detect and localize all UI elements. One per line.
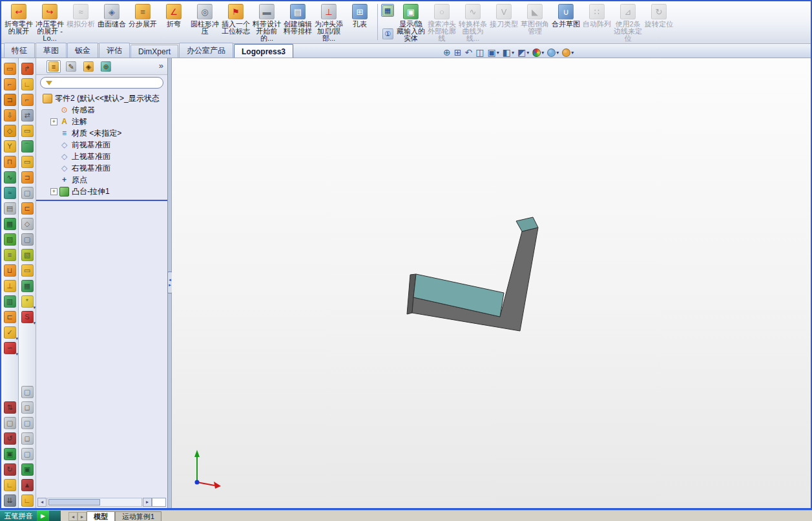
panel-horizontal-scrollbar[interactable]: ◂ ▸ xyxy=(37,498,166,507)
configurationmanager-tab[interactable]: ◈ xyxy=(81,60,96,73)
tool-button-d7[interactable]: ▲ xyxy=(19,477,35,493)
zoom-to-fit-button[interactable]: ⊕ xyxy=(443,47,451,58)
tool-button-d1[interactable]: ▢ xyxy=(19,384,35,399)
tool-button-a11[interactable]: ▦ xyxy=(2,216,17,231)
tool-button-c11[interactable]: ◇ xyxy=(19,216,35,231)
tab-features[interactable]: 特征 xyxy=(4,43,35,58)
section-view-button[interactable]: ◫ xyxy=(475,47,484,58)
tool-button-b7[interactable]: ⇊ xyxy=(2,493,17,508)
tool-button-c8[interactable]: ⊐ xyxy=(19,169,35,185)
previous-view-button[interactable]: ↶ xyxy=(464,47,472,58)
tool-button-d2[interactable]: ◻ xyxy=(19,399,35,415)
rollback-bar[interactable] xyxy=(36,200,167,201)
tool-button-a6[interactable]: Y xyxy=(2,138,17,154)
tool-button-a4[interactable]: ⇩ xyxy=(2,107,17,123)
tree-item-top-plane[interactable]: ◇上视基准面 xyxy=(36,151,167,162)
model-tab[interactable]: 模型 xyxy=(87,511,115,521)
tool-button-b4[interactable]: ▣ xyxy=(2,446,17,462)
tree-item-front-plane[interactable]: ◇前视基准面 xyxy=(36,139,167,151)
tree-item-origin[interactable]: +原点 xyxy=(36,174,167,186)
tool-button-c14[interactable]: ▭ xyxy=(19,262,35,278)
motion-study-1-tab[interactable]: 运动算例1 xyxy=(115,511,161,521)
display-style-button[interactable]: ◧▾ xyxy=(503,47,514,58)
show-hide-imported-bodies-button[interactable]: ▣显示/隐藏输入的实体 xyxy=(395,3,426,42)
simulation-analysis-button[interactable]: ≈模拟分析 xyxy=(65,3,96,28)
tree-item-sensors[interactable]: ⊙传感器 xyxy=(36,104,167,116)
locate-with-2-edges-button[interactable]: ⊿使用2条边线来定位 xyxy=(612,3,643,42)
info-toggle-button[interactable]: ① xyxy=(381,27,394,40)
tool-button-a16[interactable]: ▥ xyxy=(2,293,17,309)
tool-button-d8[interactable]: ∟ xyxy=(19,493,35,508)
scroll-right-button[interactable]: ▸ xyxy=(143,498,152,507)
search-punch-outline-button[interactable]: ○搜索冲头外部轮廓线 xyxy=(426,3,457,42)
dropdown-caret-icon[interactable]: ▾ xyxy=(556,50,559,56)
tab-evaluate[interactable]: 评估 xyxy=(99,43,130,58)
strip-design-start-button[interactable]: ▬料带设计开始前的... xyxy=(251,3,282,42)
tool-button-d6[interactable]: ▣ xyxy=(19,462,35,477)
ime-extra-segment[interactable] xyxy=(49,511,61,521)
scroll-left-button[interactable]: ◂ xyxy=(37,498,47,507)
tab-sketch[interactable]: 草图 xyxy=(36,43,67,58)
tab-logopress3[interactable]: Logopress3 xyxy=(234,44,293,58)
bend-button[interactable]: ∠折弯 xyxy=(158,3,189,28)
sketch-chamfer-manager-button[interactable]: ◣草图倒角管理 xyxy=(519,3,550,35)
merge-sketch-button[interactable]: ∪合并草图 xyxy=(550,3,581,28)
auto-pattern-button[interactable]: ∷自动阵列 xyxy=(581,3,612,28)
tool-button-a15[interactable]: ⊥ xyxy=(2,278,17,293)
expander-icon[interactable]: + xyxy=(50,118,57,125)
tool-button-c1[interactable]: ↱ xyxy=(19,61,35,76)
tool-button-a12[interactable]: ▧ xyxy=(2,231,17,247)
dropdown-caret-icon[interactable]: ▾ xyxy=(571,50,574,56)
ime-indicator[interactable]: 五笔拼音 xyxy=(0,511,37,521)
dropdown-caret-icon[interactable]: ▾ xyxy=(541,50,544,56)
tool-button-a1[interactable]: ▭ xyxy=(2,61,17,76)
featuremanager-tab[interactable]: ≡ xyxy=(47,60,61,73)
apply-scene-button[interactable]: ▾ xyxy=(547,48,559,57)
tool-button-c10[interactable]: ⊏ xyxy=(19,200,35,216)
tool-button-a3[interactable]: ⊐ xyxy=(2,92,17,107)
unfold-bent-part-button[interactable]: ↩折弯零件的展开 xyxy=(3,3,34,35)
panel-resize-grip[interactable] xyxy=(152,498,166,507)
edit-appearance-button[interactable]: ▾ xyxy=(532,48,544,57)
tab-office-products[interactable]: 办公室产品 xyxy=(179,43,233,58)
tool-button-b1[interactable]: ⇅ xyxy=(2,399,17,415)
tool-button-b3[interactable]: ↺ xyxy=(2,431,17,446)
tool-button-b5[interactable]: ↻ xyxy=(2,462,17,477)
dropdown-caret-icon[interactable]: ▾ xyxy=(526,50,529,56)
dimxpertmanager-tab[interactable]: ⊕ xyxy=(99,60,113,73)
tool-button-c9[interactable]: ▢ xyxy=(19,185,35,200)
dropdown-caret-icon[interactable]: ▾ xyxy=(33,321,36,325)
tool-button-c3[interactable]: ⌐ xyxy=(19,92,35,107)
tool-button-a14[interactable]: ⊔ xyxy=(2,262,17,278)
tool-button-c4[interactable]: ⇄ xyxy=(19,107,35,123)
ime-play-button[interactable]: ▶ xyxy=(37,511,49,521)
expander-icon[interactable]: + xyxy=(50,188,57,195)
model-tab-scroll-left[interactable]: ◂ xyxy=(68,512,78,521)
scrollbar-track[interactable] xyxy=(47,498,142,507)
dropdown-caret-icon[interactable]: ▾ xyxy=(512,50,514,56)
surface-knit-button[interactable]: ◈曲面缝合 xyxy=(96,3,127,28)
cylindrical-stamp-button[interactable]: ◎圆柱形冲压 xyxy=(189,3,220,35)
tool-button-d3[interactable]: ▢ xyxy=(19,415,35,431)
tool-button-a8[interactable]: ∿ xyxy=(2,169,17,185)
tool-button-a18[interactable]: ✓▾ xyxy=(2,324,17,340)
unfold-stamped-part-button[interactable]: ↪冲压零件的展开 - Lo... xyxy=(34,3,65,42)
show-hide-strip-toggle-button[interactable]: ▦ xyxy=(381,4,394,17)
add-punch-heel-button[interactable]: ⊥为冲头添加启/跟部... xyxy=(313,3,344,42)
create-edit-strip-layout-button[interactable]: ▤创建编辑料带排样 xyxy=(282,3,313,35)
tree-item-part2[interactable]: 零件2 (默认<<默认>_显示状态 xyxy=(36,92,167,104)
graphics-viewport[interactable] xyxy=(172,58,811,508)
tool-button-c13[interactable]: ▧ xyxy=(19,247,35,262)
tool-button-a5[interactable]: ◇ xyxy=(2,123,17,138)
hole-table-button[interactable]: ⊞孔表 xyxy=(344,3,375,28)
panel-overflow-chevron[interactable]: » xyxy=(159,61,163,70)
tool-button-a10[interactable]: ▤ xyxy=(2,200,17,216)
view-settings-button[interactable]: ▾ xyxy=(562,48,574,57)
tool-button-c12[interactable]: ▢ xyxy=(19,231,35,247)
tree-item-boss-extrude1[interactable]: +凸台-拉伸1 xyxy=(36,186,167,197)
tool-button-c2[interactable]: ∟ xyxy=(19,76,35,92)
tool-button-d5[interactable]: ▢ xyxy=(19,446,35,462)
rotate-locate-button[interactable]: ↻旋转定位 xyxy=(643,3,674,28)
scrollbar-thumb[interactable] xyxy=(48,499,100,505)
convert-spline-to-line-button[interactable]: ∿转换样条曲线为线... xyxy=(457,3,488,42)
